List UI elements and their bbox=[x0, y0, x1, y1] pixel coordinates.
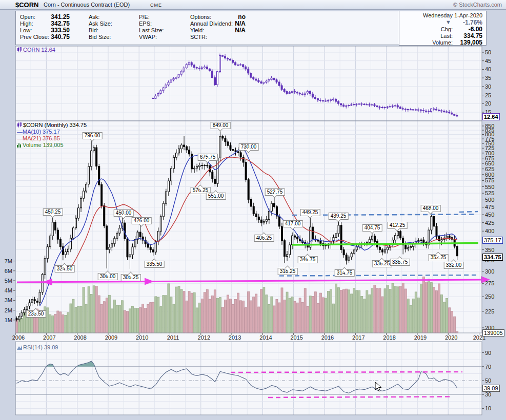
price-callout: 352.25 bbox=[429, 254, 449, 261]
x-year-label: 2019 bbox=[414, 334, 427, 341]
rsi-y-tick: 50 bbox=[485, 377, 491, 384]
main-y-tick: 350 bbox=[485, 247, 494, 253]
price-callout: 404.75 bbox=[362, 224, 382, 232]
volume-y-tick: 5M bbox=[5, 278, 12, 284]
ma10-legend: MA(10) 375.17 bbox=[23, 129, 60, 135]
price-callout: 412.25 bbox=[388, 222, 408, 229]
ma10-swatch: — bbox=[17, 129, 23, 135]
price-callout: 468.00 bbox=[421, 205, 441, 212]
main-y-tick: 525 bbox=[485, 190, 494, 196]
price-callout: 522.75 bbox=[265, 188, 285, 196]
price-callout: 336.25 bbox=[372, 260, 392, 267]
main-y-tick: 225 bbox=[485, 308, 494, 314]
axis-price-box: 139005 bbox=[482, 329, 504, 337]
top-y-tick: 30 bbox=[485, 83, 491, 90]
volume-y-tick: 6M bbox=[5, 268, 12, 274]
main-y-tick: 300 bbox=[485, 268, 494, 275]
main-y-tick: 250 bbox=[485, 293, 494, 300]
rsi-legend-text: RSI(14) 39.09 bbox=[23, 344, 58, 350]
price-callout: 551.00 bbox=[206, 193, 226, 200]
main-y-tick: 450 bbox=[485, 212, 494, 218]
main-y-tick: 475 bbox=[485, 204, 494, 210]
x-year-label: 2010 bbox=[136, 334, 148, 341]
main-y-tick: 550 bbox=[485, 184, 494, 190]
main-chart-title: $CORN (Monthly) 334.75 bbox=[23, 122, 87, 128]
x-year-label: 2013 bbox=[229, 334, 241, 341]
volume-y-tick: 2M bbox=[5, 307, 12, 313]
price-callout: 324.50 bbox=[55, 265, 75, 272]
axis-price-box: 334.75 bbox=[482, 254, 503, 261]
mouse-cursor bbox=[375, 382, 384, 392]
price-callout: 675.75 bbox=[198, 154, 218, 161]
volume-y-tick: 4M bbox=[5, 287, 12, 293]
price-callout: 450.25 bbox=[43, 208, 63, 216]
price-callout: 306.00 bbox=[98, 273, 118, 280]
candlestick-icon bbox=[17, 122, 22, 128]
price-callout: 335.50 bbox=[145, 261, 165, 268]
x-year-label: 2007 bbox=[43, 334, 55, 341]
x-year-label: 2009 bbox=[105, 334, 117, 341]
price-callout: 450.00 bbox=[114, 209, 134, 217]
x-year-label: 2016 bbox=[321, 334, 334, 341]
price-callout: 338.75 bbox=[390, 259, 410, 266]
axis-price-box: 375.17 bbox=[482, 237, 503, 244]
rsi-y-tick: 90 bbox=[485, 350, 491, 356]
price-callout: 305.25 bbox=[121, 274, 141, 281]
rsi-y-tick: 10 bbox=[485, 405, 491, 411]
volume-y-tick: 7M bbox=[5, 258, 12, 264]
axis-price-box: 39.09 bbox=[482, 385, 500, 392]
volume-y-tick: 3M bbox=[5, 297, 12, 303]
volume-y-tick: 1M bbox=[5, 317, 12, 323]
top-y-tick: 40 bbox=[485, 66, 491, 72]
price-callout: 233.50 bbox=[26, 310, 46, 318]
top-y-tick: 20 bbox=[485, 100, 491, 107]
top-y-tick: 45 bbox=[485, 58, 491, 64]
upper-resistance-dashed-2 bbox=[459, 212, 478, 212]
price-callout: 849.00 bbox=[211, 122, 231, 129]
top-y-tick: 35 bbox=[485, 75, 491, 81]
x-year-label: 2020 bbox=[445, 334, 457, 341]
main-y-tick: 600 bbox=[485, 172, 494, 178]
x-year-label: 2014 bbox=[259, 334, 272, 341]
price-callout: 314.75 bbox=[335, 269, 355, 277]
stockcharts-page: $CORN Corn - Continuous Contract (EOD) C… bbox=[0, 0, 506, 420]
price-callout: 426.00 bbox=[132, 217, 152, 224]
volume-bars-icon bbox=[17, 143, 22, 148]
main-y-tick: 575 bbox=[485, 177, 494, 183]
main-y-tick: 500 bbox=[485, 197, 494, 203]
price-callout: 417.00 bbox=[283, 220, 303, 227]
ma21-legend: MA(21) 376.85 bbox=[23, 135, 60, 141]
price-callout: 730.00 bbox=[239, 143, 259, 151]
price-callout: 346.75 bbox=[298, 256, 318, 263]
main-y-tick: 425 bbox=[485, 220, 494, 226]
price-callout: 406.25 bbox=[254, 235, 274, 242]
price-callout: 449.25 bbox=[300, 209, 320, 216]
main-chart-legend: $CORN (Monthly) 334.75 —MA(10) 375.17 —M… bbox=[17, 122, 87, 149]
volume-legend: Volume 139,005 bbox=[23, 142, 64, 148]
axis-price-box: 12.64 bbox=[482, 113, 500, 120]
x-year-label: 2015 bbox=[290, 334, 302, 341]
x-year-label: 2011 bbox=[167, 334, 179, 341]
top-y-tick: 50 bbox=[485, 49, 491, 55]
top-y-tick: 25 bbox=[485, 92, 491, 98]
price-callout: 318.25 bbox=[278, 268, 298, 275]
main-y-tick: 400 bbox=[485, 228, 494, 234]
indicator-area-icon bbox=[17, 345, 22, 350]
x-year-label: 2008 bbox=[74, 334, 86, 341]
rsi-legend: RSI(14) 39.09 bbox=[17, 344, 58, 350]
price-callout: 796.00 bbox=[83, 132, 103, 139]
x-year-label: 2006 bbox=[12, 334, 25, 341]
rsi-y-tick: 70 bbox=[485, 364, 491, 370]
top-chart-legend-text: CORN 12.64 bbox=[23, 47, 55, 53]
price-callout: 439.25 bbox=[329, 213, 349, 220]
top-chart-legend: CORN 12.64 bbox=[17, 47, 55, 53]
candlestick-icon bbox=[17, 47, 22, 52]
rsi-y-tick: 30 bbox=[485, 391, 491, 397]
ma21-swatch: — bbox=[17, 135, 23, 141]
x-year-label: 2017 bbox=[352, 334, 365, 341]
x-year-label: 2012 bbox=[198, 334, 210, 341]
price-callout: 332.00 bbox=[444, 262, 464, 269]
main-y-tick: 275 bbox=[485, 280, 494, 286]
x-year-label: 2018 bbox=[383, 334, 395, 341]
